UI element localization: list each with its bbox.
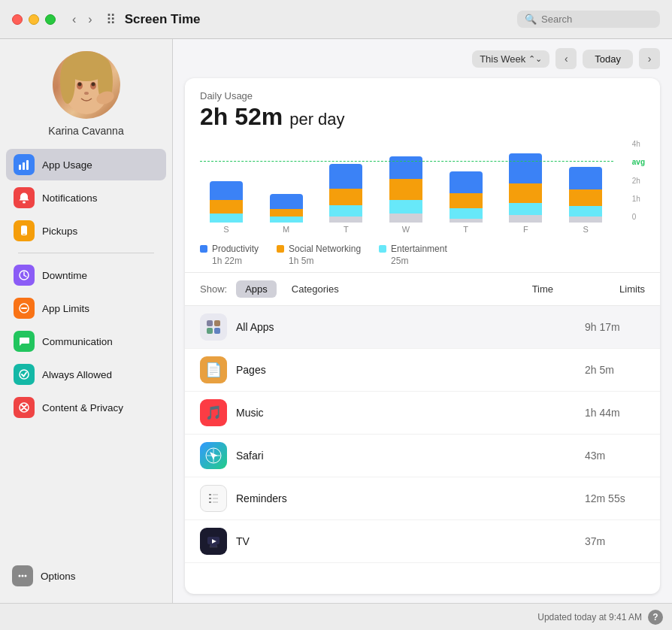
chart-bar-m <box>260 194 313 223</box>
legend-dot-productivity <box>200 245 207 253</box>
fullscreen-button[interactable] <box>45 14 56 25</box>
app-name-safari: Safari <box>236 450 576 462</box>
options-button[interactable]: Options <box>12 561 160 591</box>
svg-point-13 <box>23 201 26 204</box>
sidebar-item-downtime[interactable]: Downtime <box>6 259 166 291</box>
sidebar-item-pickups[interactable]: Pickups <box>6 215 166 247</box>
app-icon-reminders <box>200 485 227 512</box>
chart-bar-f <box>500 153 552 223</box>
svg-marker-30 <box>207 450 217 459</box>
search-icon: 🔍 <box>525 14 537 25</box>
app-icon-tv: ▶ <box>200 528 227 555</box>
search-input[interactable] <box>541 14 652 25</box>
next-week-button[interactable]: › <box>639 48 660 69</box>
svg-rect-26 <box>214 328 220 334</box>
svg-rect-12 <box>26 160 29 170</box>
user-name: Karina Cavanna <box>48 125 123 137</box>
sidebar-item-content-privacy[interactable]: Content & Privacy <box>6 392 166 423</box>
table-row[interactable]: Reminders 12m 55s <box>185 477 660 520</box>
table-row[interactable]: 📄 Pages 2h 5m <box>185 349 660 392</box>
close-button[interactable] <box>12 14 23 25</box>
back-button[interactable]: ‹ <box>68 11 80 28</box>
traffic-lights <box>12 14 56 25</box>
week-selector-label: This Week <box>480 53 525 65</box>
minimize-button[interactable] <box>29 14 39 25</box>
svg-rect-24 <box>214 320 220 326</box>
week-selector[interactable]: This Week ⌃⌄ <box>472 50 549 68</box>
notifications-icon <box>14 187 35 208</box>
legend-dot-entertainment <box>379 245 386 253</box>
sidebar-item-always-allowed[interactable]: Always Allowed <box>6 359 166 390</box>
svg-rect-25 <box>207 328 213 334</box>
avatar <box>53 51 120 119</box>
sidebar-item-notifications[interactable]: Notifications <box>6 182 166 214</box>
app-time-tv: 37m <box>585 535 645 547</box>
legend-name-social: Social Networking <box>289 244 361 254</box>
sidebar-item-label-communication: Communication <box>42 336 113 347</box>
chart-section: Daily Usage 2h 52m per day <box>185 78 660 273</box>
daily-usage-label: Daily Usage <box>200 90 645 101</box>
sidebar-item-label-app-limits: App Limits <box>42 303 89 314</box>
app-usage-icon <box>14 154 35 175</box>
sidebar-item-app-limits[interactable]: App Limits <box>6 292 166 324</box>
legend-social: Social Networking 1h 5m <box>277 244 361 266</box>
content-header: This Week ⌃⌄ ‹ Today › <box>185 48 660 69</box>
table-row[interactable]: 🎵 Music 1h 44m <box>185 392 660 435</box>
sidebar-item-label-always-allowed: Always Allowed <box>42 369 112 380</box>
svg-rect-23 <box>207 320 213 326</box>
title-bar: ‹ › ⠿ Screen Time 🔍 <box>0 0 672 39</box>
content-privacy-icon <box>14 397 35 418</box>
help-button[interactable]: ? <box>648 610 663 625</box>
sidebar-item-app-usage[interactable]: App Usage <box>6 149 166 180</box>
app-name-reminders: Reminders <box>236 492 576 504</box>
app-limits-icon <box>14 298 35 319</box>
app-time-pages: 2h 5m <box>585 364 645 376</box>
tab-categories[interactable]: Categories <box>283 280 348 298</box>
col-time-header: Time <box>532 283 613 295</box>
options-label: Options <box>41 571 76 582</box>
always-allowed-icon <box>14 364 35 385</box>
chart-y-0: 0 <box>632 213 645 221</box>
options-icon <box>12 565 33 586</box>
col-limits-header: Limits <box>619 283 645 295</box>
sidebar-item-communication[interactable]: Communication <box>6 326 166 357</box>
sidebar-item-label-app-usage: App Usage <box>42 159 92 171</box>
legend-name-productivity: Productivity <box>212 244 259 254</box>
daily-usage-value: 2h 52m per day <box>200 103 645 131</box>
table-row[interactable]: Safari 43m <box>185 435 660 477</box>
forward-button[interactable]: › <box>83 11 96 28</box>
app-name-music: Music <box>236 407 576 419</box>
sidebar-item-label-pickups: Pickups <box>42 226 77 237</box>
today-button[interactable]: Today <box>583 50 633 68</box>
app-list: All Apps 9h 17m 📄 Pages 2h 5m 🎵 Musi <box>185 306 660 594</box>
chart-x-f: F <box>500 225 552 234</box>
search-bar[interactable]: 🔍 <box>517 11 660 28</box>
prev-week-button[interactable]: ‹ <box>555 48 577 69</box>
app-name-pages: Pages <box>236 364 576 376</box>
chart-bar-w <box>380 156 432 223</box>
legend-name-entertainment: Entertainment <box>391 244 447 254</box>
chart-x-t2: T <box>440 225 492 234</box>
grid-icon[interactable]: ⠿ <box>106 11 116 28</box>
svg-rect-11 <box>23 162 25 170</box>
app-icon-music: 🎵 <box>200 399 227 426</box>
user-section: Karina Cavanna <box>0 51 172 149</box>
avg-line <box>200 161 613 162</box>
main-card: Daily Usage 2h 52m per day <box>185 78 660 594</box>
chart-y-1h: 1h <box>632 195 645 203</box>
downtime-icon <box>14 265 35 286</box>
chart-avg-label: avg <box>632 158 645 166</box>
status-text: Updated today at 9:41 AM <box>537 612 642 622</box>
chart-legend: Productivity 1h 22m Social Networking 1h… <box>200 244 645 266</box>
table-row[interactable]: All Apps 9h 17m <box>185 306 660 349</box>
pickups-icon <box>14 220 35 241</box>
content-area: This Week ⌃⌄ ‹ Today › Daily Usage 2h 52… <box>173 39 672 603</box>
chart-bar-s2 <box>559 167 612 223</box>
sidebar-item-label-downtime: Downtime <box>42 270 87 281</box>
tab-apps[interactable]: Apps <box>236 280 277 298</box>
table-row[interactable]: ▶ TV 37m <box>185 520 660 563</box>
svg-point-21 <box>22 575 24 577</box>
legend-time-social: 1h 5m <box>277 256 361 266</box>
svg-point-6 <box>77 83 81 86</box>
chart-y-4h: 4h <box>632 140 645 148</box>
